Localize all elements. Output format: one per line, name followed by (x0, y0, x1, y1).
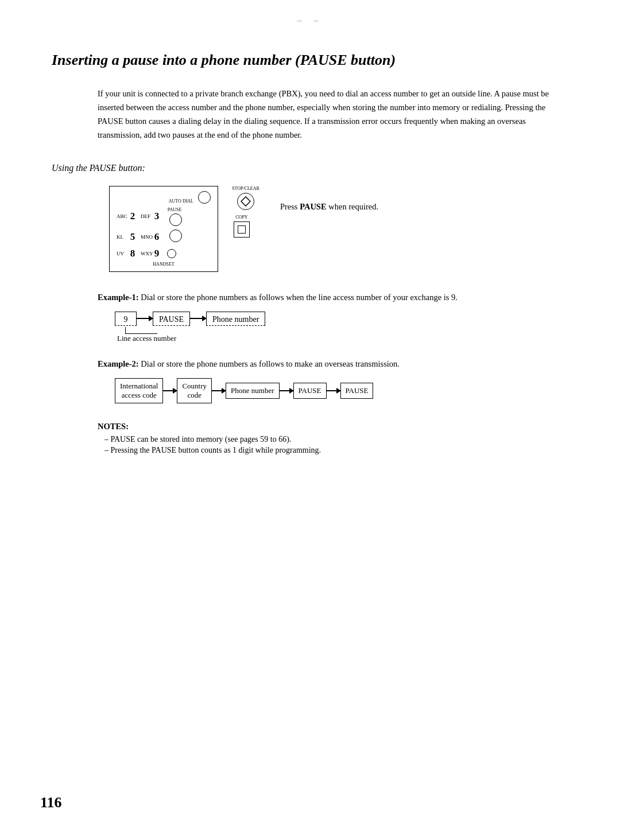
connector-1-2 (163, 390, 177, 391)
key-mno: MNO (141, 234, 151, 240)
example2-title: Example-2: Dial or store the phone numbe… (98, 359, 551, 369)
example1-box2: PAUSE (153, 312, 190, 326)
example1-boxes: 9 PAUSE Phone number (115, 312, 265, 326)
small-circle (167, 249, 176, 258)
auto-dial-label: AUTO DIAL (169, 199, 193, 204)
key-def: DEF (141, 213, 151, 219)
example2-label: Example-2: (98, 359, 139, 368)
copy-area: COPY (234, 215, 250, 238)
press-pause-suffix: when required. (327, 202, 379, 211)
pause-btn[interactable] (169, 213, 182, 226)
pause-button-area: AUTO DIAL ABC 2 DEF 3 PAUSE KL 5 MNO 6 (109, 186, 568, 272)
right-buttons: STOP/CLEAR COPY (224, 186, 259, 238)
notes-section: NOTES: – PAUSE can be stored into memory… (98, 422, 551, 455)
connector-2-3 (212, 390, 226, 391)
stop-clear-label: STOP/CLEAR (232, 186, 259, 191)
top-decoration: ~ ~ (297, 16, 323, 26)
key-2: 2 (127, 211, 138, 222)
example1-title: Example-1: Dial or store the phone numbe… (98, 293, 551, 302)
example2-box5: PAUSE (340, 383, 374, 399)
circle-btn-2[interactable] (169, 230, 182, 242)
key-abc: ABC (117, 213, 127, 219)
example2-diagram: International access code Country code P… (115, 378, 551, 403)
key-uv: UV (117, 251, 127, 256)
connector-4-5 (327, 390, 340, 391)
press-pause-bold: PAUSE (300, 202, 326, 211)
example2-text: Dial or store the phone numbers as follo… (139, 359, 400, 368)
intl-access-line2: access code (120, 391, 158, 400)
key-3: 3 (151, 211, 162, 222)
press-pause-prefix: Press (280, 202, 300, 211)
connector-3-4 (280, 390, 293, 391)
key-9: 9 (151, 248, 162, 259)
line-access-label-area: Line access number (115, 327, 176, 343)
example2-box1: International access code (115, 378, 163, 403)
example1-box3: Phone number (206, 312, 265, 326)
connector1 (137, 318, 153, 319)
example2-box3: Phone number (226, 383, 279, 399)
key-6: 6 (151, 231, 162, 243)
auto-dial-btn[interactable] (198, 191, 211, 204)
note-item-2: – Pressing the PAUSE button counts as 1 … (98, 446, 551, 455)
country-code-line2: code (182, 391, 207, 400)
handset-label: HANDSET (117, 262, 211, 267)
page: ~ ~ Inserting a pause into a phone numbe… (0, 0, 620, 840)
example1-diagram: 9 PAUSE Phone number Line access number (115, 312, 551, 343)
key-5: 5 (127, 231, 138, 243)
note-item-1: – PAUSE can be stored into memory (see p… (98, 435, 551, 444)
section-title: Using the PAUSE button: (52, 163, 568, 173)
svg-marker-0 (241, 197, 250, 206)
pause-label: PAUSE (168, 207, 182, 212)
brace-line (125, 327, 157, 334)
intro-text: If your unit is connected to a private b… (98, 87, 551, 142)
example1-box1: 9 (115, 312, 137, 326)
copy-label: COPY (235, 215, 247, 220)
key-wxy: WXY (141, 251, 151, 256)
keypad-illustration: AUTO DIAL ABC 2 DEF 3 PAUSE KL 5 MNO 6 (109, 186, 218, 272)
page-title: Inserting a pause into a phone number (P… (52, 52, 568, 69)
country-code-line1: Country (182, 382, 207, 391)
example1-block: Example-1: Dial or store the phone numbe… (98, 293, 551, 343)
copy-inner (238, 225, 246, 234)
example2-block: Example-2: Dial or store the phone numbe… (98, 359, 551, 403)
notes-title: NOTES: (98, 422, 551, 431)
stop-clear-icon (241, 196, 251, 207)
line-access-text: Line access number (117, 334, 176, 343)
example1-label: Example-1: (98, 293, 139, 302)
example2-box2: Country code (177, 378, 212, 403)
stop-clear-btn[interactable] (237, 193, 254, 210)
example1-text: Dial or store the phone numbers as follo… (139, 293, 458, 302)
key-kl: KL (117, 234, 127, 240)
key-8: 8 (127, 248, 138, 259)
connector2 (190, 318, 206, 319)
page-number: 116 (40, 794, 62, 811)
intl-access-line1: International (120, 382, 158, 391)
press-pause-text: Press PAUSE when required. (280, 202, 378, 212)
stop-clear-area: STOP/CLEAR (232, 186, 259, 210)
copy-btn[interactable] (234, 221, 250, 238)
example2-box4: PAUSE (293, 383, 327, 399)
